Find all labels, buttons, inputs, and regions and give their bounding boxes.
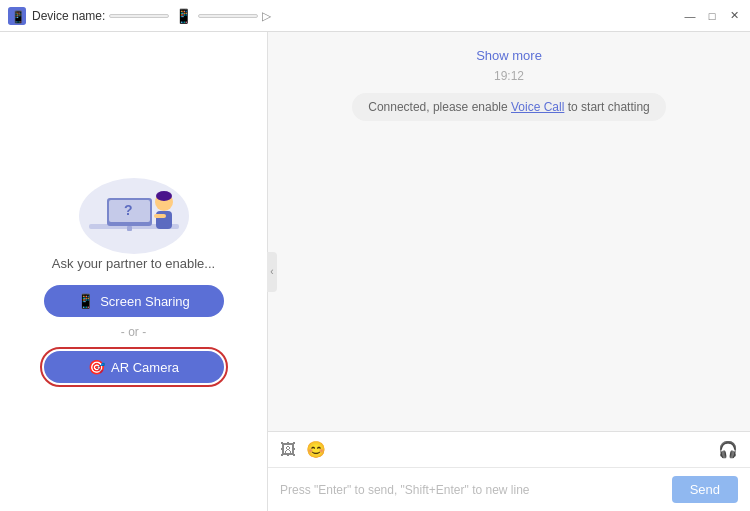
ar-camera-label: AR Camera: [111, 360, 179, 375]
close-button[interactable]: ✕: [726, 8, 742, 24]
chat-timestamp: 19:12: [494, 69, 524, 83]
show-more-link[interactable]: Show more: [476, 48, 542, 63]
ask-partner-text: Ask your partner to enable...: [52, 256, 215, 271]
svg-rect-9: [156, 211, 172, 229]
toolbar-right: 🎧: [718, 440, 738, 459]
device-icon: 📱: [175, 8, 192, 24]
device-name-1: [109, 14, 169, 18]
main-content: ? Ask your partner to enable... 📱 Screen…: [0, 32, 750, 511]
device-name-2: [198, 14, 258, 18]
svg-point-10: [156, 191, 172, 201]
illustration: ?: [69, 156, 199, 256]
ar-icon: 🎯: [88, 359, 105, 375]
app-logo-icon: 📱: [8, 7, 26, 25]
chat-input-area: Press "Enter" to send, "Shift+Enter" to …: [268, 467, 750, 511]
titlebar: 📱 Device name: 📱 ▷ — □ ✕: [0, 0, 750, 32]
svg-text:?: ?: [124, 202, 133, 218]
system-msg-suffix: to start chatting: [564, 100, 649, 114]
ar-camera-highlight: 🎯 AR Camera: [40, 347, 228, 387]
chat-toolbar: 🖼 😊 🎧: [268, 431, 750, 467]
chat-messages: Show more 19:12 Connected, please enable…: [268, 32, 750, 431]
window-controls: — □ ✕: [682, 8, 742, 24]
left-panel: ? Ask your partner to enable... 📱 Screen…: [0, 32, 268, 511]
headphone-icon[interactable]: 🎧: [718, 441, 738, 458]
minimize-button[interactable]: —: [682, 8, 698, 24]
image-icon[interactable]: 🖼: [280, 441, 296, 459]
emoji-icon[interactable]: 😊: [306, 440, 326, 459]
chevron-left-icon: ‹: [270, 266, 273, 277]
collapse-handle[interactable]: ‹: [267, 252, 277, 292]
device-name-label: Device name:: [32, 9, 105, 23]
or-divider: - or -: [121, 325, 146, 339]
ar-camera-button[interactable]: 🎯 AR Camera: [44, 351, 224, 383]
maximize-button[interactable]: □: [704, 8, 720, 24]
arrow-icon: ▷: [262, 9, 271, 23]
phone-icon: 📱: [77, 293, 94, 309]
right-panel: Show more 19:12 Connected, please enable…: [268, 32, 750, 511]
voice-call-link[interactable]: Voice Call: [511, 100, 564, 114]
svg-text:📱: 📱: [11, 9, 26, 23]
input-hint-text: Press "Enter" to send, "Shift+Enter" to …: [280, 483, 664, 497]
send-button[interactable]: Send: [672, 476, 738, 503]
screen-sharing-button[interactable]: 📱 Screen Sharing: [44, 285, 224, 317]
system-message: Connected, please enable Voice Call to s…: [352, 93, 666, 121]
svg-rect-7: [127, 226, 132, 231]
system-msg-prefix: Connected, please enable: [368, 100, 511, 114]
screen-sharing-label: Screen Sharing: [100, 294, 190, 309]
svg-rect-11: [154, 214, 166, 218]
